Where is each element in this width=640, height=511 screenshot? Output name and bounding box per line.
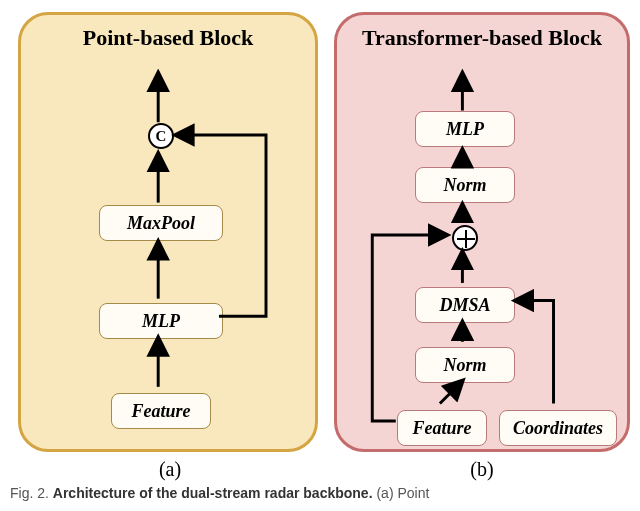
sublabel-b: (b) xyxy=(462,458,502,481)
norm2-label: Norm xyxy=(443,175,486,196)
figure-caption-tail: (a) Point xyxy=(376,485,429,501)
feature-label-right: Feature xyxy=(412,418,471,439)
norm2-box: Norm xyxy=(415,167,515,203)
diagram-stage: Point-based Block Feature MLP MaxPool C xyxy=(0,0,640,511)
feature-box: Feature xyxy=(111,393,211,429)
point-block-panel: Point-based Block Feature MLP MaxPool C xyxy=(18,12,318,452)
maxpool-box: MaxPool xyxy=(99,205,223,241)
maxpool-label: MaxPool xyxy=(127,213,195,234)
sublabel-a: (a) xyxy=(150,458,190,481)
transformer-block-title: Transformer-based Block xyxy=(337,25,627,51)
figure-title-bold: Architecture of the dual-stream radar ba… xyxy=(53,485,373,501)
mlp-box: MLP xyxy=(99,303,223,339)
figure-caption: Fig. 2. Architecture of the dual-stream … xyxy=(10,485,630,501)
right-arrows xyxy=(337,15,627,449)
concat-circle: C xyxy=(148,123,174,149)
figure-number: Fig. 2. xyxy=(10,485,49,501)
transformer-block-panel: Transformer-based Block Feature Coordina… xyxy=(334,12,630,452)
feature-label: Feature xyxy=(131,401,190,422)
mlp-label-right: MLP xyxy=(446,119,484,140)
sum-circle xyxy=(452,225,478,251)
svg-line-4 xyxy=(440,381,463,404)
dmsa-box: DMSA xyxy=(415,287,515,323)
point-block-title: Point-based Block xyxy=(21,25,315,51)
norm1-box: Norm xyxy=(415,347,515,383)
norm1-label: Norm xyxy=(443,355,486,376)
coordinates-box: Coordinates xyxy=(499,410,617,446)
mlp-label: MLP xyxy=(142,311,180,332)
feature-box-right: Feature xyxy=(397,410,487,446)
dmsa-label: DMSA xyxy=(439,295,490,316)
coordinates-label: Coordinates xyxy=(513,418,603,439)
mlp-box-right: MLP xyxy=(415,111,515,147)
concat-symbol: C xyxy=(156,128,167,145)
